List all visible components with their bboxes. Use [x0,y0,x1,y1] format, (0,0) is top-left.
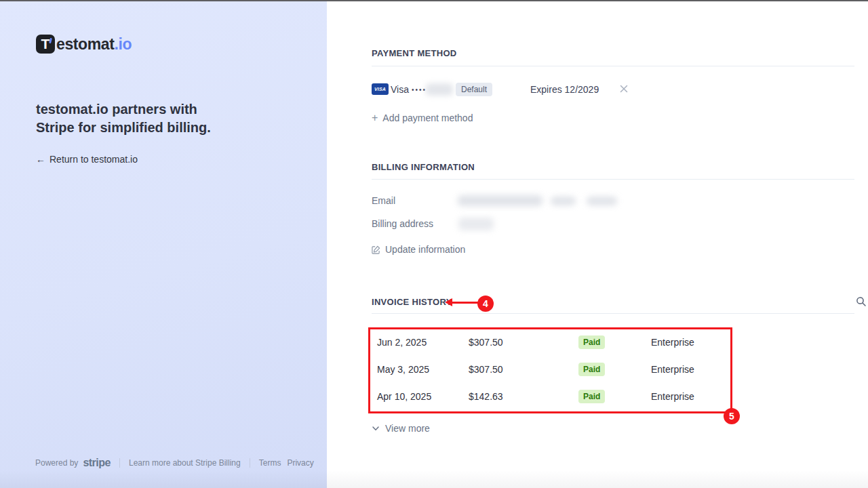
invoice-row[interactable]: Apr 10, 2025 $142.63 Paid Enterprise [327,391,868,405]
invoice-plan: Enterprise [651,391,694,402]
invoice-amount: $142.63 [469,391,503,402]
section-divider [372,179,854,180]
billing-portal-main: PAYMENT METHOD VISA Visa•••• Default Exp… [327,0,868,488]
logo-letter: T [41,37,50,51]
section-divider [372,313,854,314]
update-information-button[interactable]: Update information [372,244,465,255]
add-payment-method-label: Add payment method [382,113,473,123]
card-last4-redacted [426,83,453,96]
annotation-arrow-line [452,302,480,304]
visa-card-icon-text: VISA [374,87,386,92]
card-masked-dots: •••• [412,86,427,94]
edit-icon [372,245,380,254]
invoice-date: May 3, 2025 [377,364,429,375]
billing-information-title: BILLING INFORMATION [372,162,475,172]
invoice-amount: $307.50 [469,337,503,348]
testomat-logo-mark: T [36,35,55,54]
email-value-redacted [458,195,542,206]
learn-more-link[interactable]: Learn more about Stripe Billing [129,458,241,468]
billing-address-label: Billing address [372,218,433,229]
invoice-row[interactable]: May 3, 2025 $307.50 Paid Enterprise [327,364,868,378]
email-label: Email [372,195,395,206]
view-more-button[interactable]: View more [372,423,430,434]
invoice-row[interactable]: Jun 2, 2025 $307.50 Paid Enterprise [327,337,868,350]
card-brand-label: Visa•••• [391,84,427,95]
search-icon[interactable] [856,296,867,307]
invoice-amount: $307.50 [469,364,503,375]
footer-divider [119,458,120,468]
invoice-plan: Enterprise [651,337,694,348]
powered-by-label: Powered by [35,458,78,468]
logo-suffix: .io [114,35,132,53]
status-badge: Paid [578,390,605,403]
headline-line1: testomat.io partners with [36,100,253,119]
default-badge: Default [456,83,492,96]
annotation-badge-4: 4 [477,296,494,312]
testomat-logo[interactable]: T estomat.io [36,35,132,54]
invoice-plan: Enterprise [651,364,694,375]
chevron-down-icon [372,424,380,432]
payment-method-title: PAYMENT METHOD [372,48,457,58]
invoice-date: Apr 10, 2025 [377,391,431,402]
card-expiry: Expires 12/2029 [530,84,599,95]
headline-line2: Stripe for simplified billing. [36,119,253,137]
visa-card-icon: VISA [372,83,389,95]
logo-blue-tick [49,38,52,43]
add-payment-method-button[interactable]: + Add payment method [372,112,473,124]
address-value-redacted [458,218,494,230]
email-value-redacted [551,197,576,205]
back-arrow-icon: ← [36,154,45,165]
return-link[interactable]: ←Return to testomat.io [36,154,138,165]
sidebar: T estomat.io testomat.io partners with S… [0,0,327,488]
return-link-label: Return to testomat.io [50,154,138,165]
view-more-label: View more [385,423,430,434]
annotation-badge-5: 5 [724,408,740,424]
invoice-date: Jun 2, 2025 [377,337,427,348]
card-brand-name: Visa [391,84,409,95]
section-divider [372,66,854,66]
privacy-link[interactable]: Privacy [287,458,313,468]
logo-wordmark: estomat.io [56,35,132,54]
footer-divider [250,458,250,468]
invoice-history-title: INVOICE HISTORY [372,297,452,307]
terms-link[interactable]: Terms [259,458,281,468]
status-badge: Paid [578,336,605,349]
plus-icon: + [372,112,378,124]
remove-card-icon[interactable] [618,83,629,94]
update-information-label: Update information [385,244,465,255]
status-badge: Paid [578,363,605,376]
logo-name: estomat [56,35,114,53]
sidebar-footer: Powered by stripe Learn more about Strip… [35,457,314,469]
email-value-redacted [587,197,617,205]
window-top-border [0,0,868,1]
stripe-logo[interactable]: stripe [83,457,111,469]
partner-headline: testomat.io partners with Stripe for sim… [36,100,253,137]
